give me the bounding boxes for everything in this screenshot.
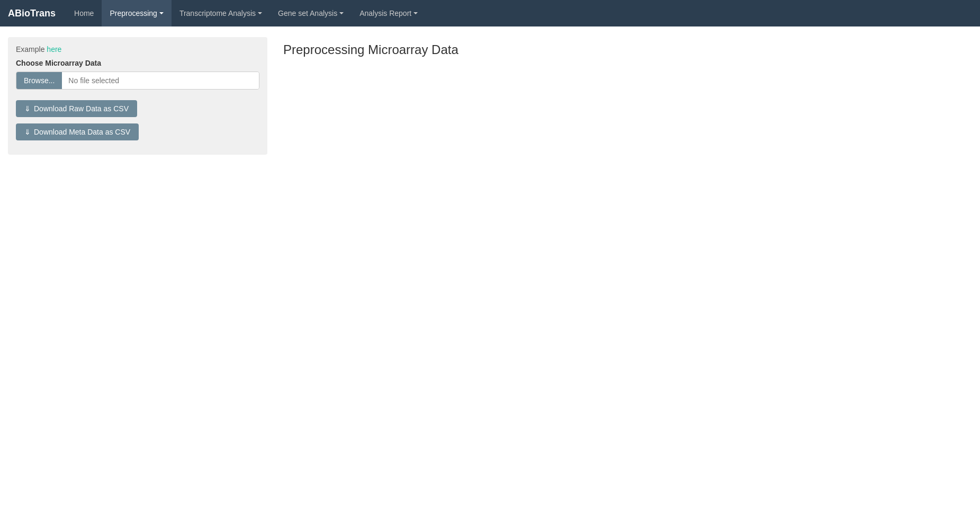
nav-link-transcriptome-label: Transcriptome Analysis (179, 9, 256, 17)
example-text: Example here (16, 45, 259, 54)
content-area: Preprocessing Microarray Data (283, 37, 972, 155)
nav-link-home[interactable]: Home (66, 0, 102, 26)
download-meta-button[interactable]: ⇓ Download Meta Data as CSV (16, 123, 139, 140)
nav-item-analysis-report: Analysis Report (352, 0, 426, 26)
nav-link-geneset[interactable]: Gene set Analysis (270, 0, 352, 26)
nav-link-preprocessing-label: Preprocessing (110, 9, 157, 17)
nav-item-home: Home (66, 0, 102, 26)
nav-item-transcriptome: Transcriptome Analysis (172, 0, 270, 26)
navbar: ABioTrans Home Preprocessing Transcripto… (0, 0, 980, 26)
analysis-report-caret-icon (413, 12, 418, 14)
preprocessing-caret-icon (159, 12, 164, 14)
app-brand[interactable]: ABioTrans (8, 8, 56, 19)
transcriptome-caret-icon (258, 12, 262, 14)
nav-link-preprocessing[interactable]: Preprocessing (102, 0, 172, 26)
file-input-row: Browse... (16, 72, 259, 90)
download-meta-icon: ⇓ (24, 128, 31, 136)
file-name-display (62, 72, 259, 89)
example-static-label: Example (16, 45, 47, 54)
download-raw-button[interactable]: ⇓ Download Raw Data as CSV (16, 100, 137, 117)
download-raw-icon: ⇓ (24, 104, 31, 113)
geneset-caret-icon (339, 12, 344, 14)
nav-link-transcriptome[interactable]: Transcriptome Analysis (172, 0, 270, 26)
page-title: Preprocessing Microarray Data (283, 42, 972, 57)
nav-link-geneset-label: Gene set Analysis (278, 9, 337, 17)
main-content: Example here Choose Microarray Data Brow… (0, 26, 980, 165)
choose-microarray-label: Choose Microarray Data (16, 59, 259, 67)
download-raw-label: Download Raw Data as CSV (34, 104, 129, 113)
browse-button[interactable]: Browse... (16, 72, 62, 89)
nav-link-analysis-report-label: Analysis Report (359, 9, 411, 17)
nav-link-analysis-report[interactable]: Analysis Report (352, 0, 426, 26)
nav-items: Home Preprocessing Transcriptome Analysi… (66, 0, 426, 26)
nav-item-geneset: Gene set Analysis (270, 0, 352, 26)
sidebar-panel: Example here Choose Microarray Data Brow… (8, 37, 267, 155)
download-meta-label: Download Meta Data as CSV (34, 128, 130, 136)
example-here-link[interactable]: here (47, 45, 61, 54)
nav-item-preprocessing: Preprocessing (102, 0, 172, 26)
